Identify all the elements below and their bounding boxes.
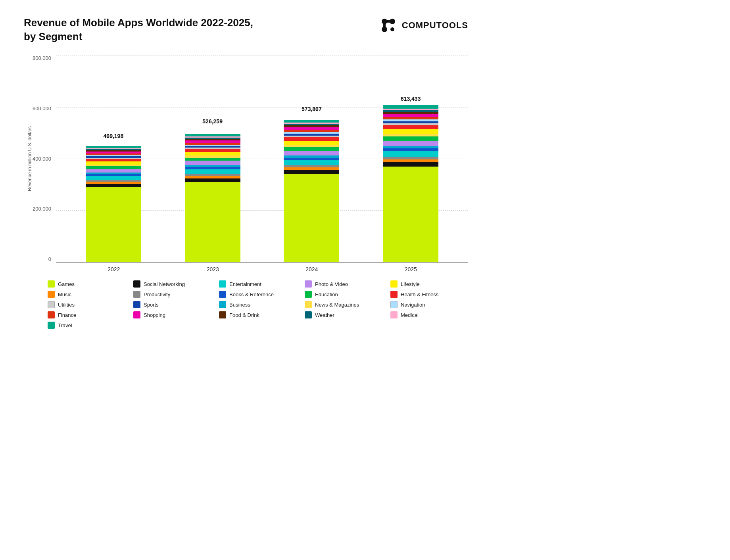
legend-label-13: News & Magazines bbox=[315, 302, 359, 308]
computools-logo-icon bbox=[379, 16, 398, 35]
svg-rect-4 bbox=[387, 20, 390, 23]
legend-swatch-7 bbox=[219, 291, 226, 298]
seg-2025-entertainment bbox=[383, 151, 438, 157]
seg-2025-music bbox=[383, 159, 438, 163]
x-label-2025: 2025 bbox=[383, 266, 438, 272]
bar-total-2023: 526,259 bbox=[202, 118, 223, 125]
y-tick-2: 400,000 bbox=[33, 156, 51, 161]
seg-2024-education bbox=[284, 147, 339, 151]
chart-right: 800,000600,000400,000200,0000 469,198526… bbox=[33, 56, 468, 272]
svg-point-2 bbox=[382, 27, 387, 32]
legend-swatch-20 bbox=[48, 322, 55, 329]
legend-item-photo--video: Photo & Video bbox=[305, 280, 382, 288]
seg-2024-music bbox=[284, 167, 339, 170]
legend-label-2: Entertainment bbox=[229, 281, 261, 287]
legend-label-11: Sports bbox=[144, 302, 159, 308]
seg-2024-social-networking bbox=[284, 170, 339, 174]
legend-label-5: Music bbox=[58, 292, 71, 297]
page-header: Revenue of Mobile Apps Worldwide 2022-20… bbox=[24, 16, 468, 44]
seg-2023-games bbox=[185, 182, 240, 262]
seg-2024-entertainment bbox=[284, 160, 339, 165]
bar-group-2025: 613,433 bbox=[383, 96, 438, 262]
y-tick-3: 200,000 bbox=[33, 206, 51, 211]
bar-2023 bbox=[185, 126, 240, 262]
legend-swatch-6 bbox=[133, 291, 140, 298]
legend-label-3: Photo & Video bbox=[315, 281, 348, 287]
seg-2025-social-networking bbox=[383, 162, 438, 166]
legend-swatch-16 bbox=[133, 311, 140, 318]
legend-swatch-8 bbox=[305, 291, 312, 298]
legend-swatch-12 bbox=[219, 301, 226, 308]
bar-group-2022: 469,198 bbox=[86, 133, 141, 262]
legend-swatch-17 bbox=[219, 311, 226, 318]
seg-2025-books-&-reference bbox=[383, 148, 438, 151]
legend-label-12: Business bbox=[229, 302, 250, 308]
legend-swatch-2 bbox=[219, 280, 226, 288]
y-tick-0: 800,000 bbox=[33, 56, 51, 61]
legend-swatch-14 bbox=[390, 301, 398, 308]
legend-label-7: Books & Reference bbox=[229, 292, 274, 297]
svg-rect-5 bbox=[383, 24, 386, 27]
legend-swatch-1 bbox=[133, 280, 140, 288]
seg-2022-social-networking bbox=[86, 184, 141, 187]
legend-swatch-18 bbox=[305, 311, 312, 318]
legend-item-business: Business bbox=[219, 301, 297, 308]
legend-item-navigation: Navigation bbox=[390, 301, 468, 308]
legend-label-0: Games bbox=[58, 281, 75, 287]
legend-swatch-4 bbox=[390, 280, 398, 288]
seg-2022-entertainment bbox=[86, 176, 141, 180]
legend-item-productivity: Productivity bbox=[133, 291, 211, 298]
seg-2022-lifestyle bbox=[86, 161, 141, 165]
legend-label-1: Social Networking bbox=[144, 281, 185, 287]
svg-point-3 bbox=[390, 27, 394, 31]
bar-group-2024: 573,807 bbox=[284, 106, 339, 262]
legend-item-social-networking: Social Networking bbox=[133, 280, 211, 288]
legend-item-weather: Weather bbox=[305, 311, 382, 318]
legend-item-news--magazines: News & Magazines bbox=[305, 301, 382, 308]
seg-2025-education bbox=[383, 136, 438, 140]
legend-item-sports: Sports bbox=[133, 301, 211, 308]
svg-point-0 bbox=[382, 19, 387, 24]
legend-label-8: Education bbox=[315, 292, 338, 297]
legend-item-food--drink: Food & Drink bbox=[219, 311, 297, 318]
seg-2023-entertainment bbox=[185, 169, 240, 174]
legend: GamesSocial NetworkingEntertainmentPhoto… bbox=[48, 280, 468, 329]
page-title: Revenue of Mobile Apps Worldwide 2022-20… bbox=[24, 16, 253, 44]
legend-item-books--reference: Books & Reference bbox=[219, 291, 297, 298]
bar-2025 bbox=[383, 104, 438, 262]
legend-item-games: Games bbox=[48, 280, 125, 288]
bar-group-2023: 526,259 bbox=[185, 118, 240, 262]
seg-2023-health-&-fitness bbox=[185, 149, 240, 152]
legend-label-16: Shopping bbox=[144, 312, 165, 318]
seg-2025-lifestyle bbox=[383, 129, 438, 134]
y-and-bars: 800,000600,000400,000200,0000 469,198526… bbox=[33, 56, 468, 262]
seg-2025-games bbox=[383, 167, 438, 262]
legend-swatch-15 bbox=[48, 311, 55, 318]
legend-swatch-3 bbox=[305, 280, 312, 288]
legend-swatch-19 bbox=[390, 311, 398, 318]
chart-wrapper: Revenue in million U.S. dollars 800,0006… bbox=[24, 56, 468, 272]
seg-2025-health-&-fitness bbox=[383, 125, 438, 129]
y-tick-4: 0 bbox=[48, 257, 51, 262]
bar-total-2025: 613,433 bbox=[401, 96, 421, 102]
seg-2024-health-&-fitness bbox=[284, 137, 339, 140]
bar-2022 bbox=[86, 141, 141, 262]
seg-2023-photo-&-video bbox=[185, 161, 240, 165]
legend-label-14: Navigation bbox=[401, 302, 425, 308]
x-label-2024: 2024 bbox=[284, 266, 340, 272]
legend-swatch-10 bbox=[48, 301, 55, 308]
x-axis: 2022202320242025 bbox=[56, 262, 468, 272]
legend-label-10: Utilities bbox=[58, 302, 75, 308]
bars-row: 469,198526,259573,807613,433 bbox=[56, 56, 468, 262]
legend-label-17: Food & Drink bbox=[229, 312, 259, 318]
seg-2022-photo-&-video bbox=[86, 169, 141, 173]
legend-item-finance: Finance bbox=[48, 311, 125, 318]
seg-2023-lifestyle bbox=[185, 152, 240, 155]
legend-item-entertainment: Entertainment bbox=[219, 280, 297, 288]
seg-2024-games bbox=[284, 174, 339, 262]
y-tick-1: 600,000 bbox=[33, 106, 51, 111]
seg-2024-photo-&-video bbox=[284, 151, 339, 155]
seg-2022-games bbox=[86, 187, 141, 262]
legend-label-18: Weather bbox=[315, 312, 334, 318]
legend-swatch-11 bbox=[133, 301, 140, 308]
